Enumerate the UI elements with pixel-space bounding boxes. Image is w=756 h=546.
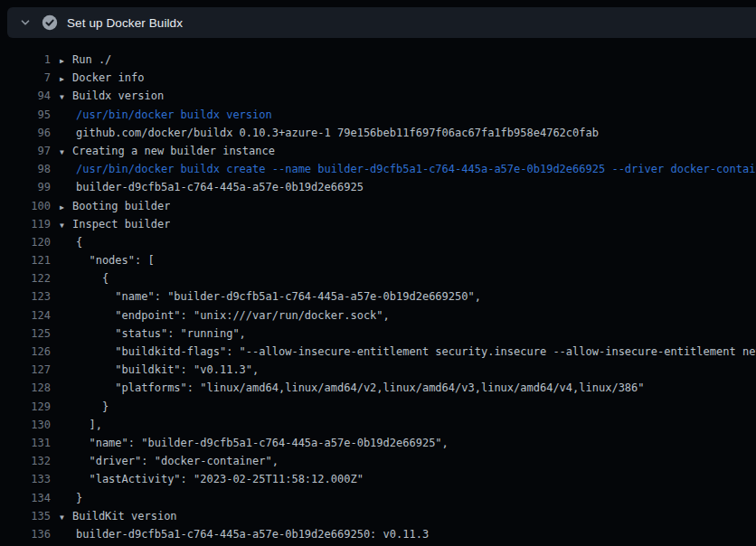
log-text: "name": "builder-d9cfb5a1-c764-445a-a57e… <box>76 434 449 452</box>
log-text: /usr/bin/docker buildx version <box>76 106 272 124</box>
log-text: BuildKit version <box>72 507 177 525</box>
log-line: 123 "name": "builder-d9cfb5a1-c764-445a-… <box>0 287 756 306</box>
log-line: 122 { <box>0 269 756 287</box>
line-number[interactable]: 126 <box>0 343 51 361</box>
log-line: 125 "status": "running", <box>0 325 756 343</box>
step-title: Set up Docker Buildx <box>67 16 183 30</box>
log-text: ], <box>76 416 102 434</box>
group-toggle-icon[interactable]: ▶ <box>60 199 72 217</box>
line-number[interactable]: 123 <box>0 287 51 306</box>
line-number[interactable]: 127 <box>0 361 51 379</box>
log-line[interactable]: 100 ▶ Booting builder <box>0 197 756 215</box>
log-text: "buildkitd-flags": "--allow-insecure-ent… <box>76 343 756 361</box>
log-text: { <box>76 269 109 287</box>
line-number[interactable]: 128 <box>0 379 51 397</box>
log-line: 136 builder-d9cfb5a1-c764-445a-a57e-0b19… <box>0 525 756 543</box>
log-line[interactable]: 1 ▶ Run ./ <box>0 51 756 69</box>
line-number[interactable]: 124 <box>0 306 51 325</box>
log-text: } <box>76 398 109 416</box>
log-line: 126 "buildkitd-flags": "--allow-insecure… <box>0 343 756 361</box>
log-viewer[interactable]: 1 ▶ Run ./ 7 ▶ Docker info 94 ▼ Buildx v… <box>0 38 756 546</box>
log-line: 99 builder-d9cfb5a1-c764-445a-a57e-0b19d… <box>0 178 756 196</box>
log-line: 124 "endpoint": "unix:///var/run/docker.… <box>0 306 756 325</box>
log-text: /usr/bin/docker buildx create --name bui… <box>76 160 756 178</box>
line-number[interactable]: 94 <box>0 87 51 105</box>
log-line: 134 } <box>0 489 756 507</box>
log-line[interactable]: 119 ▼ Inspect builder <box>0 215 756 233</box>
group-toggle-icon[interactable]: ▶ <box>60 52 72 71</box>
log-text: } <box>76 489 82 507</box>
log-text: "name": "builder-d9cfb5a1-c764-445a-a57e… <box>76 287 481 306</box>
log-line: 129 } <box>0 398 756 416</box>
line-number[interactable]: 96 <box>0 124 51 142</box>
log-line: 120 { <box>0 233 756 251</box>
log-line: 98 /usr/bin/docker buildx create --name … <box>0 160 756 178</box>
log-text: github.com/docker/buildx 0.10.3+azure-1 … <box>76 124 599 142</box>
log-text: "driver": "docker-container", <box>76 452 279 470</box>
line-number[interactable]: 7 <box>0 69 51 87</box>
line-number[interactable]: 119 <box>0 215 51 233</box>
line-number[interactable]: 125 <box>0 325 51 343</box>
line-number[interactable]: 120 <box>0 233 51 251</box>
line-number[interactable]: 122 <box>0 269 51 287</box>
log-text: "lastActivity": "2023-02-25T11:58:12.000… <box>76 470 364 488</box>
line-number[interactable]: 100 <box>0 197 51 215</box>
log-text: builder-d9cfb5a1-c764-445a-a57e-0b19d2e6… <box>76 178 364 196</box>
log-line: 131 "name": "builder-d9cfb5a1-c764-445a-… <box>0 434 756 452</box>
log-line[interactable]: 135 ▼ BuildKit version <box>0 507 756 525</box>
group-toggle-icon[interactable]: ▼ <box>60 217 72 235</box>
log-line: 95 /usr/bin/docker buildx version <box>0 106 756 124</box>
line-number[interactable]: 121 <box>0 251 51 269</box>
log-line: 127 "buildkit": "v0.11.3", <box>0 361 756 379</box>
log-text: "status": "running", <box>76 325 246 343</box>
log-line: 133 "lastActivity": "2023-02-25T11:58:12… <box>0 470 756 488</box>
line-number[interactable]: 95 <box>0 106 51 124</box>
log-text: "buildkit": "v0.11.3", <box>76 361 259 379</box>
log-text: builder-d9cfb5a1-c764-445a-a57e-0b19d2e6… <box>76 525 429 543</box>
log-line[interactable]: 7 ▶ Docker info <box>0 69 756 87</box>
log-text: "nodes": [ <box>76 251 155 269</box>
log-text: "endpoint": "unix:///var/run/docker.sock… <box>76 306 390 325</box>
log-text: { <box>76 233 82 251</box>
log-line: 96 github.com/docker/buildx 0.10.3+azure… <box>0 124 756 142</box>
chevron-down-icon[interactable] <box>18 15 33 30</box>
step-header[interactable]: Set up Docker Buildx <box>7 7 756 38</box>
log-line: 121 "nodes": [ <box>0 251 756 269</box>
log-line: 128 "platforms": "linux/amd64,linux/amd6… <box>0 379 756 397</box>
log-text: Buildx version <box>72 87 164 105</box>
log-text: Inspect builder <box>72 215 170 233</box>
log-text: "platforms": "linux/amd64,linux/amd64/v2… <box>76 379 645 397</box>
line-number[interactable]: 136 <box>0 525 51 543</box>
log-text: Run ./ <box>72 51 111 69</box>
log-line: 130 ], <box>0 416 756 434</box>
log-line[interactable]: 97 ▼ Creating a new builder instance <box>0 142 756 160</box>
group-toggle-icon[interactable]: ▼ <box>60 144 72 162</box>
line-number[interactable]: 135 <box>0 507 51 525</box>
line-number[interactable]: 98 <box>0 160 51 178</box>
line-number[interactable]: 97 <box>0 142 51 160</box>
line-number[interactable]: 99 <box>0 178 51 196</box>
line-number[interactable]: 132 <box>0 452 51 470</box>
log-text: Creating a new builder instance <box>72 142 275 160</box>
line-number[interactable]: 130 <box>0 416 51 434</box>
log-text: Booting builder <box>72 197 170 215</box>
log-line[interactable]: 94 ▼ Buildx version <box>0 87 756 105</box>
group-toggle-icon[interactable]: ▶ <box>60 71 72 89</box>
log-line: 132 "driver": "docker-container", <box>0 452 756 470</box>
group-toggle-icon[interactable]: ▼ <box>60 509 72 527</box>
line-number[interactable]: 129 <box>0 398 51 416</box>
line-number[interactable]: 131 <box>0 434 51 452</box>
check-circle-icon <box>42 14 58 31</box>
group-toggle-icon[interactable]: ▼ <box>60 89 72 107</box>
line-number[interactable]: 134 <box>0 489 51 507</box>
line-number[interactable]: 133 <box>0 470 51 488</box>
log-text: Docker info <box>72 69 144 87</box>
line-number[interactable]: 1 <box>0 51 51 69</box>
